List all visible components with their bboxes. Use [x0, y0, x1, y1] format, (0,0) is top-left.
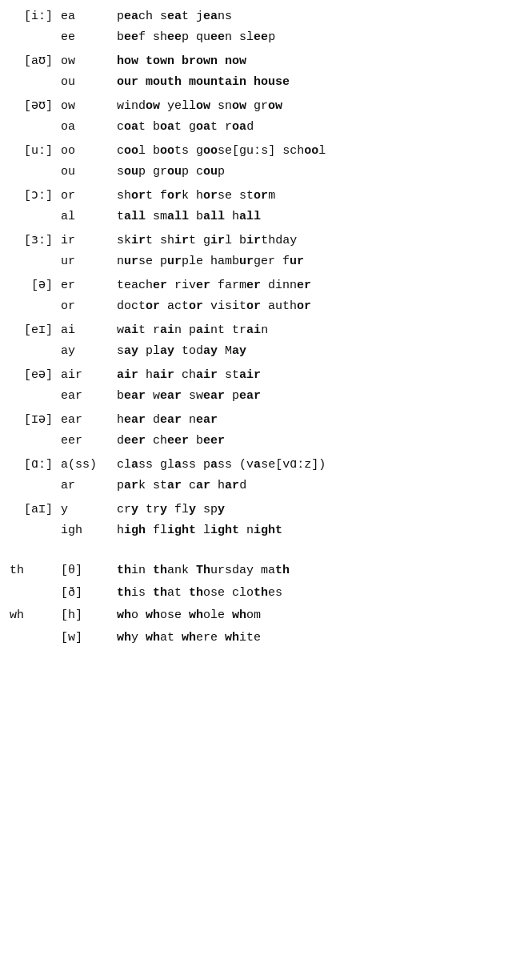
phoneme-symbol: [θ] [58, 564, 114, 577]
phonics-chart: [iː]eapeach seat jeanseebeef sheep queen… [8, 6, 504, 652]
phoneme-symbol: [aɪ] [8, 501, 58, 516]
spelling-pattern: air [58, 368, 114, 382]
spelling-pattern: y [58, 503, 114, 516]
example-words: doctor actor visitor author [114, 299, 504, 313]
table-row: wh[h]who whose whole whom [8, 607, 504, 629]
phoneme-symbol: [eə] [8, 367, 58, 382]
example-words: nurse purple hamburger fur [114, 255, 504, 268]
example-words: deer cheer beer [114, 434, 504, 448]
phoneme-symbol: [aʊ] [8, 53, 58, 68]
section-divider [8, 544, 504, 562]
vowel-section: [iː]eapeach seat jeanseebeef sheep queen… [8, 6, 504, 544]
example-words: say play today May [114, 344, 504, 358]
consonant-label: wh [8, 608, 58, 622]
table-row: eerdeer cheer beer [8, 432, 504, 455]
example-words: this that those clothes [114, 586, 504, 600]
example-words: coat boat goat road [114, 120, 504, 134]
table-row: [eə]airair hair chair stair [8, 365, 504, 388]
spelling-pattern: ur [58, 255, 114, 268]
example-words: peach seat jeans [114, 10, 504, 23]
example-words: air hair chair stair [114, 368, 504, 382]
phoneme-symbol: [ɔː] [8, 187, 58, 203]
example-words: cry try fly spy [114, 503, 504, 516]
phoneme-symbol: [w] [58, 631, 114, 645]
table-row: urnurse purple hamburger fur [8, 253, 504, 275]
example-words: beef sheep queen sleep [114, 30, 504, 44]
example-words: thin thank Thursday math [114, 564, 504, 577]
spelling-pattern: oa [58, 120, 114, 134]
table-row: [ɔː]orshort fork horse storm [8, 186, 504, 208]
table-row: ighhigh flight light night [8, 522, 504, 544]
example-words: park star car hard [114, 479, 504, 492]
spelling-pattern: er [58, 279, 114, 292]
consonant-section: th[θ]thin thank Thursday math[ð]this tha… [8, 562, 504, 652]
phoneme-symbol: [h] [58, 608, 114, 622]
table-row: [ɪə]earhear dear near [8, 410, 504, 432]
spelling-pattern: al [58, 210, 114, 223]
example-words: soup group coup [114, 165, 504, 179]
spelling-pattern: igh [58, 524, 114, 537]
phoneme-symbol: [ə] [8, 277, 58, 292]
spelling-pattern: ear [58, 389, 114, 403]
table-row: [ə]erteacher river farmer dinner [8, 275, 504, 298]
table-row: eebeef sheep queen sleep [8, 29, 504, 51]
table-row: [əʊ]owwindow yellow snow grow [8, 96, 504, 118]
spelling-pattern: ou [58, 165, 114, 179]
phoneme-symbol: [əʊ] [8, 98, 58, 113]
spelling-pattern: eer [58, 434, 114, 448]
table-row: [ɑː]a(ss)class glass pass (vase[vɑːz]) [8, 455, 504, 477]
spelling-pattern: or [58, 189, 114, 203]
table-row: [iː]eapeach seat jeans [8, 6, 504, 29]
table-row: earbear wear swear pear [8, 388, 504, 410]
table-row: oacoat boat goat road [8, 118, 504, 141]
table-row: ordoctor actor visitor author [8, 298, 504, 320]
example-words: our mouth mountain house [114, 75, 504, 89]
example-words: window yellow snow grow [114, 99, 504, 113]
example-words: short fork horse storm [114, 189, 504, 203]
spelling-pattern: ir [58, 234, 114, 247]
spelling-pattern: ea [58, 10, 114, 23]
spelling-pattern: ou [58, 75, 114, 89]
table-row: [eɪ]aiwait rain paint train [8, 320, 504, 343]
phoneme-symbol: [ɑː] [8, 456, 58, 472]
spelling-pattern: ow [58, 99, 114, 113]
spelling-pattern: oo [58, 144, 114, 158]
spelling-pattern: ee [58, 30, 114, 44]
table-row: th[θ]thin thank Thursday math [8, 562, 504, 584]
example-words: hear dear near [114, 413, 504, 427]
spelling-pattern: ai [58, 323, 114, 337]
spelling-pattern: ear [58, 413, 114, 427]
phoneme-symbol: [uː] [8, 143, 58, 158]
spelling-pattern: ow [58, 54, 114, 68]
spelling-pattern: or [58, 299, 114, 313]
phoneme-symbol: [ɪə] [8, 412, 58, 427]
table-row: altall small ball hall [8, 208, 504, 231]
table-row: [aɪ]ycry try fly spy [8, 500, 504, 522]
table-row: [aʊ]owhow town brown now [8, 51, 504, 74]
example-words: tall small ball hall [114, 210, 504, 223]
example-words: class glass pass (vase[vɑːz]) [114, 456, 504, 472]
table-row: ousoup group coup [8, 163, 504, 186]
spelling-pattern: ay [58, 344, 114, 358]
table-row: [uː]oocool boots goose[guːs] school [8, 141, 504, 163]
phoneme-symbol: [iː] [8, 8, 58, 23]
example-words: how town brown now [114, 54, 504, 68]
table-row: aysay play today May [8, 343, 504, 365]
phoneme-symbol: [ð] [58, 586, 114, 600]
table-row: [ð]this that those clothes [8, 584, 504, 607]
example-words: wait rain paint train [114, 323, 504, 337]
spelling-pattern: a(ss) [58, 458, 114, 472]
table-row: ouour mouth mountain house [8, 74, 504, 96]
example-words: cool boots goose[guːs] school [114, 143, 504, 158]
example-words: why what where white [114, 631, 504, 645]
example-words: high flight light night [114, 524, 504, 537]
table-row: [ɜː]irskirt shirt girl birthday [8, 231, 504, 253]
consonant-label: th [8, 564, 58, 577]
phoneme-symbol: [ɜː] [8, 232, 58, 247]
table-row: [w] why what where white [8, 629, 504, 652]
example-words: bear wear swear pear [114, 389, 504, 403]
table-row: arpark star car hard [8, 477, 504, 500]
spelling-pattern: ar [58, 479, 114, 492]
phoneme-symbol: [eɪ] [8, 322, 58, 337]
example-words: teacher river farmer dinner [114, 279, 504, 292]
